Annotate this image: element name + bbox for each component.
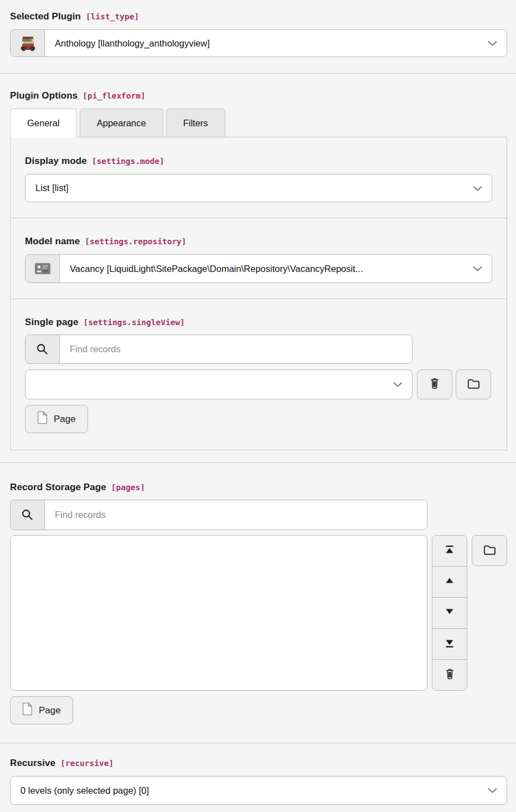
trash-icon <box>443 667 457 683</box>
display-mode-field: Display mode [settings.mode] List [list] <box>11 137 507 218</box>
model-name-label: Model name <box>25 236 80 247</box>
selected-plugin-value: Anthology [llanthology_anthologyview] <box>55 38 210 49</box>
search-icon <box>11 500 45 530</box>
record-storage-move-buttons <box>432 535 467 691</box>
recursive-code: [recursive] <box>60 759 113 768</box>
record-storage-search-input[interactable] <box>45 500 427 530</box>
model-name-select[interactable]: Vacancy [LiquidLight\SitePackage\Domain\… <box>60 255 492 282</box>
display-mode-select[interactable]: List [list] <box>25 174 492 202</box>
single-page-field: Single page [settings.singleView] <box>11 299 507 450</box>
single-page-label: Single page <box>25 317 79 328</box>
plugin-options-label-row: Plugin Options [pi_flexform] <box>10 90 507 101</box>
selected-plugin-label: Selected Plugin <box>10 11 81 22</box>
selected-plugin-code: [list_type] <box>86 12 139 21</box>
plugin-options-tabs: General Appearance Filters <box>10 109 507 137</box>
move-to-bottom-icon <box>443 637 456 651</box>
display-mode-code: [settings.mode] <box>92 157 164 166</box>
display-mode-label: Display mode <box>25 156 87 167</box>
single-page-search-input[interactable] <box>60 335 412 363</box>
page-button-label: Page <box>54 414 76 425</box>
record-storage-page-button[interactable]: Page <box>10 696 73 724</box>
page-button-label: Page <box>39 705 61 716</box>
model-name-group: Vacancy [LiquidLight\SitePackage\Domain\… <box>25 254 492 283</box>
page-icon <box>22 702 33 718</box>
anthology-books-icon <box>11 30 45 56</box>
trash-icon <box>427 376 442 393</box>
folder-icon <box>466 376 481 393</box>
single-page-label-row: Single page [settings.singleView] <box>25 317 492 328</box>
move-up-icon <box>443 575 456 589</box>
chevron-down-icon <box>393 379 403 390</box>
move-to-bottom-button[interactable] <box>432 628 467 659</box>
selected-plugin-label-row: Selected Plugin [list_type] <box>10 11 507 22</box>
single-page-code: [settings.singleView] <box>84 318 185 327</box>
browse-folder-button[interactable] <box>472 535 507 566</box>
recursive-value: 0 levels (only selected page) [0] <box>20 785 149 796</box>
selected-plugin-select[interactable]: Anthology [llanthology_anthologyview] <box>45 30 507 56</box>
recursive-label-row: Recursive [recursive] <box>10 758 507 769</box>
record-storage-listbox[interactable] <box>10 535 427 691</box>
page-icon <box>37 411 48 427</box>
record-storage-page-section: Record Storage Page [pages] <box>0 463 516 724</box>
browse-folder-button[interactable] <box>456 369 491 399</box>
move-up-button[interactable] <box>432 566 467 597</box>
tab-appearance[interactable]: Appearance <box>80 109 163 137</box>
record-storage-selection-row <box>10 535 507 691</box>
single-page-selection-row <box>25 369 492 399</box>
move-down-icon <box>443 606 456 620</box>
recursive-select[interactable]: 0 levels (only selected page) [0] <box>10 776 507 805</box>
model-name-value: Vacancy [LiquidLight\SitePackage\Domain\… <box>70 264 363 274</box>
model-name-label-row: Model name [settings.repository] <box>25 236 492 247</box>
plugin-options-code: [pi_flexform] <box>82 91 146 100</box>
chevron-down-icon <box>473 264 482 274</box>
move-to-top-icon <box>443 544 456 558</box>
move-down-button[interactable] <box>432 597 467 628</box>
delete-button[interactable] <box>432 659 467 690</box>
selected-plugin-section: Selected Plugin [list_type] Anthology [l… <box>0 0 516 57</box>
selected-plugin-group: Anthology [llanthology_anthologyview] <box>10 29 507 57</box>
chevron-down-icon <box>473 183 482 193</box>
delete-button[interactable] <box>417 369 452 399</box>
record-storage-code: [pages] <box>111 483 145 492</box>
display-mode-label-row: Display mode [settings.mode] <box>25 156 492 167</box>
chevron-down-icon <box>488 38 497 49</box>
record-storage-search-group <box>10 500 427 530</box>
plugin-options-section: Plugin Options [pi_flexform] General App… <box>0 74 516 450</box>
recursive-section: Recursive [recursive] 0 levels (only sel… <box>0 743 516 805</box>
folder-icon <box>482 542 497 559</box>
recursive-label: Recursive <box>10 758 55 769</box>
plugin-options-panel: Display mode [settings.mode] List [list]… <box>10 137 507 450</box>
display-mode-value: List [list] <box>35 183 69 193</box>
single-page-search-group <box>25 335 412 364</box>
plugin-options-label: Plugin Options <box>10 90 78 101</box>
tab-filters[interactable]: Filters <box>166 109 225 137</box>
model-name-field: Model name [settings.repository] <box>11 218 507 299</box>
chevron-down-icon <box>488 785 497 796</box>
record-storage-label: Record Storage Page <box>10 482 106 493</box>
record-storage-label-row: Record Storage Page [pages] <box>10 482 507 493</box>
search-icon <box>25 335 60 363</box>
move-to-top-button[interactable] <box>432 536 467 566</box>
single-page-page-button[interactable]: Page <box>25 405 88 433</box>
record-card-icon <box>25 255 60 282</box>
tab-general[interactable]: General <box>10 109 77 137</box>
single-page-select[interactable] <box>25 369 412 399</box>
model-name-code: [settings.repository] <box>85 237 186 246</box>
